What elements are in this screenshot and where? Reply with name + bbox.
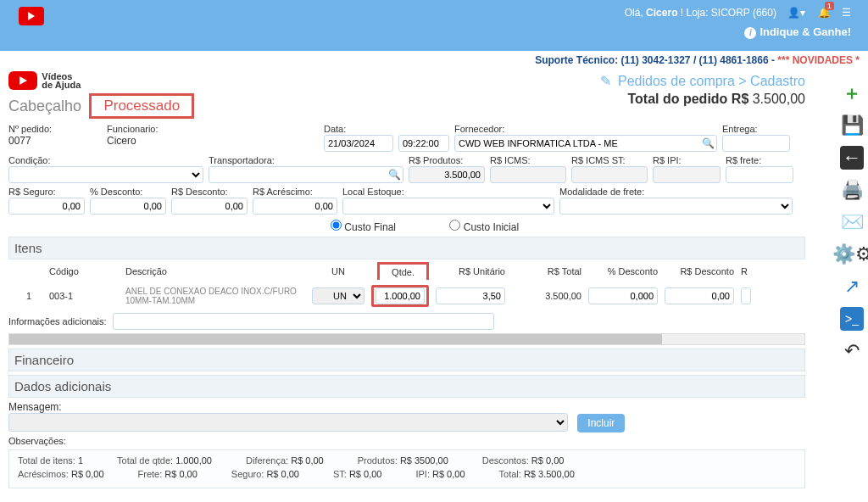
data-input[interactable] <box>324 135 393 152</box>
videos-ajuda-link[interactable]: Vídeosde Ajuda <box>8 71 81 90</box>
row-num: 1 <box>12 291 46 301</box>
condicao-select[interactable] <box>8 166 203 183</box>
info-icon: i <box>744 27 756 39</box>
share-icon[interactable]: ↗ <box>840 275 864 298</box>
transportadora-input[interactable] <box>209 166 403 183</box>
pencil-icon: ✎ <box>600 73 611 89</box>
rsicms-input <box>490 166 566 183</box>
script-icon[interactable]: >_ <box>840 307 864 331</box>
breadcrumb: ✎ Pedidos de compra > Cadastro <box>600 73 805 89</box>
rsipi-input <box>653 166 721 183</box>
action-sidebar: ＋ 💾 ← 🖨️ ✉️ ⚙️⚙ ↗ >_ ↶ <box>836 81 868 363</box>
support-line: Suporte Técnico: (11) 3042-1327 / (11) 4… <box>0 51 868 68</box>
breadcrumb-b[interactable]: Cadastro <box>750 74 805 88</box>
row-rdesc-input[interactable] <box>665 287 734 304</box>
local-estoque-select[interactable] <box>342 198 554 215</box>
rsfrete-input[interactable] <box>726 166 793 183</box>
financeiro-header[interactable]: Financeiro <box>8 349 805 371</box>
table-row: 1 003-1 ANEL DE CONEXAO DEACO INOX.C/FUR… <box>8 282 805 310</box>
custo-final-radio[interactable]: Custo Final <box>331 221 396 233</box>
pdesconto-input[interactable] <box>90 198 166 215</box>
dados-adicionais-header[interactable]: Dados adicionais <box>8 375 805 398</box>
row-un-select[interactable]: UN <box>312 287 364 304</box>
user-icon[interactable]: 👤▾ <box>787 7 805 19</box>
items-header-row: Código Descrição UN Qtde. R$ Unitário R$… <box>8 259 805 282</box>
rsseguro-input[interactable] <box>8 198 85 215</box>
row-unitario-input[interactable] <box>436 287 505 304</box>
horizontal-scrollbar[interactable] <box>8 333 805 345</box>
mensagem-select[interactable] <box>8 413 568 432</box>
print-icon[interactable]: 🖨️ <box>840 178 864 202</box>
info-adicional-input[interactable] <box>113 313 494 330</box>
modalidade-frete-select[interactable] <box>559 198 793 215</box>
itens-header: Itens <box>8 237 805 259</box>
back-icon[interactable]: ← <box>840 146 864 170</box>
rsdesconto-input[interactable] <box>171 198 248 215</box>
totals-summary: Total de itens: 1 Total de qtde: 1.000,0… <box>8 449 805 488</box>
bell-icon[interactable]: 🔔1 <box>814 7 831 20</box>
mensagem-label: Mensagem: <box>8 401 62 413</box>
add-icon[interactable]: ＋ <box>840 81 864 105</box>
hora-input[interactable] <box>398 135 449 152</box>
incluir-button[interactable]: Incluir <box>577 414 625 432</box>
undo-icon[interactable]: ↶ <box>840 339 864 363</box>
row-qtde-input[interactable] <box>376 287 425 304</box>
entrega-input[interactable] <box>722 135 790 152</box>
email-icon[interactable]: ✉️ <box>840 210 864 234</box>
youtube-icon[interactable] <box>19 7 44 25</box>
row-r-input[interactable] <box>741 287 751 304</box>
row-pdesc-input[interactable] <box>588 287 658 304</box>
breadcrumb-a[interactable]: Pedidos de compra <box>618 74 735 88</box>
menu-icon[interactable]: ☰ <box>842 7 851 19</box>
novidades-link[interactable]: *** NOVIDADES * <box>777 54 860 66</box>
funcionario-value: Cicero <box>107 135 319 147</box>
rsprodutos-input <box>409 166 485 183</box>
cabecalho-title: Cabeçalho <box>8 98 81 115</box>
observacoes-label: Observações: <box>8 436 805 446</box>
npedido-value: 0077 <box>8 135 102 147</box>
topbar: Olá, Cicero ! Loja: SICORP (660) 👤▾ 🔔1 ☰… <box>0 0 868 51</box>
row-descricao: ANEL DE CONEXAO DEACO INOX.C/FURO 10MM-T… <box>122 287 309 305</box>
indique-link[interactable]: iIndique & Ganhe! <box>625 25 851 39</box>
info-adicional-label: Informações adicionais: <box>8 316 107 326</box>
fornecedor-input[interactable] <box>454 135 717 152</box>
row-codigo: 003-1 <box>46 291 122 301</box>
custo-inicial-radio[interactable]: Custo Inicial <box>449 221 519 233</box>
row-total: 3.500,00 <box>509 291 585 301</box>
rsicmsst-input <box>571 166 648 183</box>
rsacrescimo-input[interactable] <box>253 198 337 215</box>
youtube-play-icon <box>8 71 37 90</box>
greeting: Olá, Cicero ! Loja: SICORP (660) <box>625 7 776 19</box>
settings-icon[interactable]: ⚙️⚙ <box>840 243 864 266</box>
total-pedido: Total do pedido R$ 3.500,00 <box>627 92 805 107</box>
status-processado: Processado <box>89 93 194 119</box>
save-icon[interactable]: 💾 <box>840 114 864 137</box>
